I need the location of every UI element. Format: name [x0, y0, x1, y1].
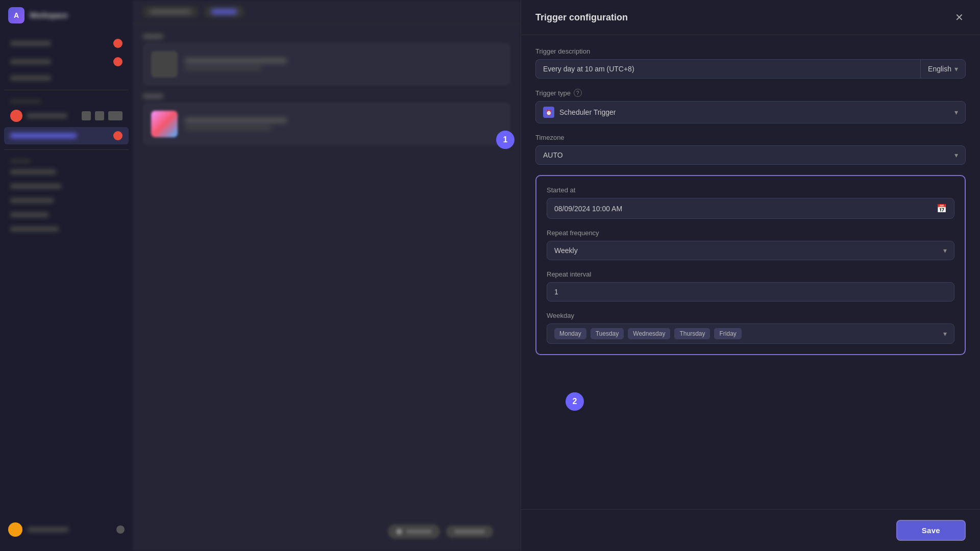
main-content	[133, 0, 521, 551]
language-select[interactable]: English ▾	[920, 59, 966, 79]
timezone-label: Timezone	[535, 134, 966, 141]
sidebar-nav	[0, 31, 133, 241]
trigger-type-chevron-icon: ▾	[954, 108, 958, 116]
repeat-frequency-select[interactable]: Weekly ▾	[547, 241, 954, 260]
trigger-type-select[interactable]: ⏰ Scheduler Trigger ▾	[535, 101, 966, 123]
badge-2	[113, 57, 122, 66]
sidebar-item-1[interactable]	[4, 35, 129, 52]
repeat-interval-label: Repeat interval	[547, 270, 954, 278]
main-cards	[133, 24, 521, 164]
weekday-row[interactable]: Monday Tuesday Wednesday Thursday Friday…	[547, 323, 954, 344]
sidebar-item-7[interactable]	[4, 208, 129, 221]
trigger-description-input[interactable]	[535, 59, 920, 79]
user-name	[28, 527, 68, 532]
scheduler-icon: ⏰	[543, 107, 554, 118]
repeat-interval-field	[547, 282, 954, 302]
panel-footer: Save	[521, 509, 980, 551]
bottom-pill-1[interactable]	[388, 524, 440, 539]
trigger-description-label: Trigger description	[535, 47, 966, 55]
main-header	[133, 0, 521, 24]
card-1[interactable]	[143, 43, 510, 86]
step-2-indicator: 2	[566, 392, 584, 411]
day-monday[interactable]: Monday	[554, 328, 586, 339]
day-friday[interactable]: Friday	[714, 328, 741, 339]
close-button[interactable]: ✕	[953, 10, 966, 24]
card-2[interactable]	[143, 103, 510, 145]
avatar-1	[10, 110, 22, 122]
card-thumb-2	[151, 111, 178, 137]
sidebar-item-4[interactable]	[4, 165, 129, 179]
sidebar-user[interactable]	[0, 516, 133, 543]
trigger-type-info-icon: ?	[574, 89, 582, 97]
trigger-panel: Trigger configuration ✕ Trigger descript…	[521, 0, 980, 551]
card-text-1	[185, 58, 502, 70]
panel-title: Trigger configuration	[535, 12, 628, 23]
panel-header: Trigger configuration ✕	[521, 0, 980, 35]
sidebar-group-1[interactable]	[4, 106, 129, 126]
sidebar-item-active[interactable]	[4, 127, 129, 144]
repeat-frequency-chevron-icon: ▾	[943, 246, 947, 255]
sidebar-item-2[interactable]	[4, 53, 129, 70]
day-tuesday[interactable]: Tuesday	[591, 328, 624, 339]
trigger-type-label: Trigger type ?	[535, 89, 966, 97]
started-at-label: Started at	[547, 186, 954, 194]
bottom-bar	[388, 524, 493, 539]
panel-body: Trigger description English ▾ Trigger ty…	[521, 35, 980, 509]
repeat-interval-input[interactable]	[554, 288, 947, 296]
header-btn-2[interactable]	[204, 6, 244, 17]
repeat-frequency-label: Repeat frequency	[547, 229, 954, 237]
sidebar-item-8[interactable]	[4, 222, 129, 236]
highlighted-section: Started at 📅 Repeat frequency Weekly ▾ R…	[535, 175, 966, 355]
weekday-chevron-icon: ▾	[943, 330, 947, 338]
section-label-1	[4, 95, 129, 106]
save-button[interactable]: Save	[896, 520, 966, 541]
card-thumb-1	[151, 51, 178, 78]
header-btn-1[interactable]	[143, 6, 198, 17]
bottom-pill-2[interactable]	[446, 525, 493, 538]
card-label-1	[143, 34, 510, 39]
sidebar-item-3[interactable]	[4, 71, 129, 85]
user-settings-icon[interactable]	[116, 525, 125, 534]
sidebar-item-6[interactable]	[4, 194, 129, 207]
started-at-input[interactable]	[554, 205, 937, 213]
sidebar: A Workspace	[0, 0, 133, 551]
started-at-field[interactable]: 📅	[547, 198, 954, 219]
workspace-title: Workspace	[30, 11, 67, 19]
app-logo: A	[8, 7, 24, 23]
badge-active	[113, 131, 122, 140]
day-wednesday[interactable]: Wednesday	[628, 328, 670, 339]
calendar-icon[interactable]: 📅	[937, 204, 947, 213]
timezone-select[interactable]: AUTO ▾	[535, 145, 966, 165]
trigger-type-select-left: ⏰ Scheduler Trigger	[543, 107, 616, 118]
card-label-2	[143, 94, 510, 98]
weekday-label: Weekday	[547, 312, 954, 319]
timezone-chevron-icon: ▾	[954, 151, 958, 159]
sidebar-header: A Workspace	[0, 0, 133, 31]
badge-1	[113, 39, 122, 48]
trigger-description-row: English ▾	[535, 59, 966, 79]
day-thursday[interactable]: Thursday	[674, 328, 710, 339]
step-1-indicator: 1	[496, 131, 514, 149]
card-text-2	[185, 118, 502, 130]
user-avatar	[8, 522, 22, 537]
sidebar-item-5[interactable]	[4, 180, 129, 193]
section-label-2	[4, 155, 129, 165]
lang-chevron-icon: ▾	[954, 65, 958, 73]
